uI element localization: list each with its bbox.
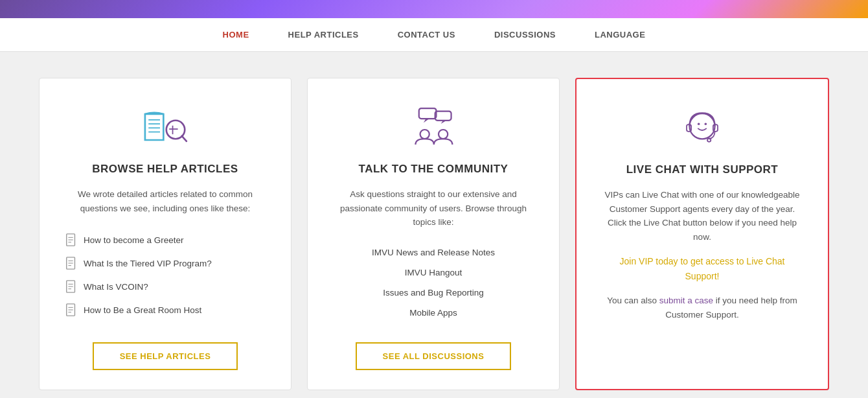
livechat-card: LIVE CHAT WITH SUPPORT VIPs can Live Cha… [575, 78, 829, 390]
livechat-vip-note: VIPs can Live Chat with one of our knowl… [602, 188, 802, 244]
list-item[interactable]: What Is the Tiered VIP Program? [65, 252, 265, 275]
livechat-icon [676, 105, 728, 150]
submit-case-link[interactable]: submit a case [659, 296, 713, 305]
browse-help-title: BROWSE HELP ARTICLES [92, 163, 238, 176]
browse-help-description: We wrote detailed articles related to co… [65, 187, 265, 215]
browse-help-list: How to become a Greeter What Is the Tier… [65, 228, 265, 322]
svg-point-30 [689, 113, 714, 139]
doc-icon [65, 280, 77, 293]
browse-help-card: BROWSE HELP ARTICLES We wrote detailed a… [39, 78, 291, 390]
community-links-list: IMVU News and Release Notes IMVU Hangout… [334, 242, 533, 323]
list-item[interactable]: How to Be a Great Room Host [65, 298, 265, 322]
main-content: BROWSE HELP ARTICLES We wrote detailed a… [0, 52, 868, 398]
community-card: TALK TO THE COMMUNITY Ask questions stra… [307, 78, 560, 390]
doc-icon [65, 303, 77, 316]
doc-icon [65, 233, 77, 246]
list-item[interactable]: How to become a Greeter [65, 228, 265, 252]
nav-contact-us[interactable]: CONTACT US [398, 30, 455, 40]
svg-point-28 [420, 130, 429, 139]
community-icon [407, 104, 459, 150]
community-link-item[interactable]: IMVU News and Release Notes [334, 242, 533, 263]
svg-rect-24 [419, 108, 437, 119]
see-help-articles-button[interactable]: SEE HELP ARTICLES [93, 342, 238, 370]
community-link-item[interactable]: IMVU Hangout [334, 263, 533, 283]
svg-rect-26 [435, 111, 451, 121]
nav-language[interactable]: LANGUAGE [595, 30, 645, 40]
nav-home[interactable]: HOME [223, 30, 249, 40]
submit-note-before: You can also [607, 296, 659, 305]
see-all-discussions-button[interactable]: SEE ALL DISCUSSIONS [356, 342, 512, 370]
svg-line-5 [182, 136, 187, 141]
svg-point-31 [698, 123, 700, 125]
header-banner [0, 0, 868, 18]
livechat-vip-link[interactable]: Join VIP today to get access to Live Cha… [602, 254, 802, 283]
livechat-submit-note: You can also submit a case if you need h… [602, 294, 802, 322]
community-description: Ask questions straight to our extensive … [334, 187, 533, 229]
browse-help-icon [139, 104, 191, 150]
nav-discussions[interactable]: DISCUSSIONS [494, 30, 556, 40]
main-nav: HOME HELP ARTICLES CONTACT US DISCUSSION… [0, 18, 868, 52]
list-item[interactable]: What Is VCOIN? [65, 275, 265, 298]
community-link-item[interactable]: Mobile Apps [334, 303, 533, 323]
svg-point-35 [707, 138, 711, 141]
community-link-item[interactable]: Issues and Bug Reporting [334, 283, 533, 303]
svg-point-29 [439, 130, 448, 139]
doc-icon [65, 257, 77, 270]
nav-help-articles[interactable]: HELP ARTICLES [288, 30, 359, 40]
community-title: TALK TO THE COMMUNITY [359, 163, 508, 176]
livechat-title: LIVE CHAT WITH SUPPORT [626, 163, 779, 176]
svg-point-32 [705, 123, 707, 125]
